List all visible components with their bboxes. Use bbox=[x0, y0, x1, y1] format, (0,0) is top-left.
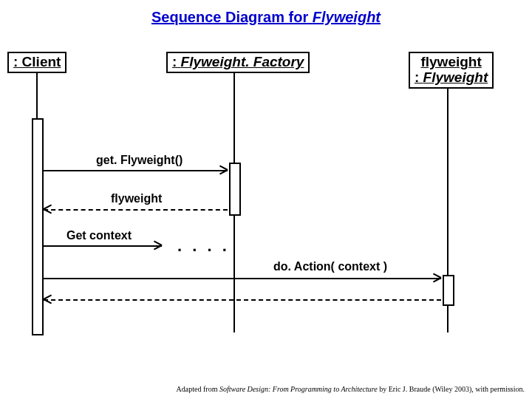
title-subject: Flyweight bbox=[313, 9, 381, 25]
msg-return-flyweight-arrow bbox=[44, 209, 228, 211]
msg-do-action-return-arrow bbox=[44, 299, 441, 301]
msg-get-flyweight-arrow bbox=[44, 170, 228, 171]
msg-get-flyweight-label: get. Flyweight() bbox=[96, 154, 183, 167]
participant-factory-label: : Flyweight. Factory bbox=[172, 54, 304, 69]
diagram-title: Sequence Diagram for Flyweight bbox=[0, 9, 532, 26]
attribution-book: Software Design: From Programming to Arc… bbox=[219, 385, 378, 393]
participant-client-label: : Client bbox=[13, 54, 61, 69]
attribution-prefix: Adapted from bbox=[177, 385, 219, 393]
activation-factory bbox=[229, 163, 241, 216]
participant-flyweight-obj: flyweight bbox=[415, 55, 488, 70]
activation-client bbox=[32, 118, 44, 335]
attribution: Adapted from Software Design: From Progr… bbox=[177, 385, 525, 393]
participant-flyweight: flyweight : Flyweight bbox=[409, 52, 494, 89]
continuation-dots: . . . . bbox=[177, 236, 230, 256]
attribution-suffix: by Eric J. Braude (Wiley 2003), with per… bbox=[378, 385, 525, 393]
msg-get-context-label: Get context bbox=[66, 229, 132, 242]
msg-do-action-label: do. Action( context ) bbox=[273, 260, 387, 273]
msg-get-context-arrow bbox=[44, 245, 162, 247]
title-prefix: Sequence Diagram for bbox=[151, 9, 313, 25]
participant-factory: : Flyweight. Factory bbox=[166, 52, 310, 73]
participant-client: : Client bbox=[7, 52, 66, 73]
activation-flyweight bbox=[443, 275, 454, 306]
msg-do-action-arrow bbox=[44, 278, 441, 279]
msg-return-flyweight-label: flyweight bbox=[111, 192, 162, 205]
participant-flyweight-class: : Flyweight bbox=[415, 69, 488, 85]
